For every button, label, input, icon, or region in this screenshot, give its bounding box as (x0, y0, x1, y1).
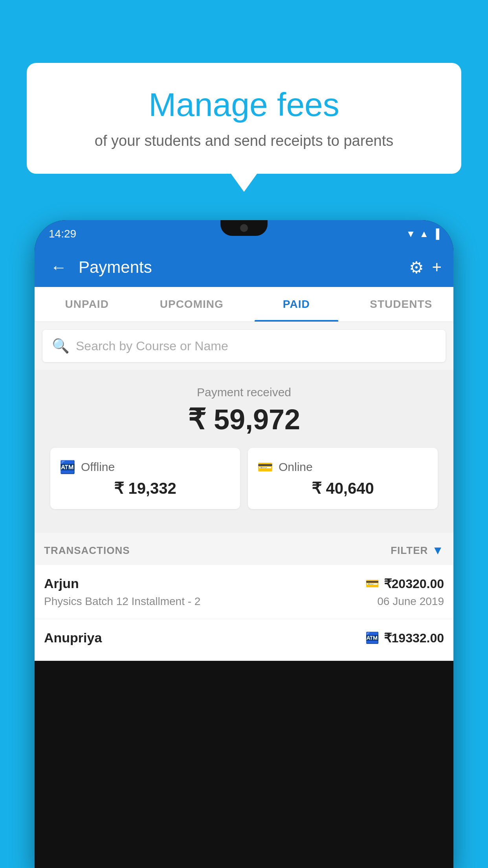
search-bar[interactable]: 🔍 Search by Course or Name (42, 330, 446, 362)
transaction-type-icon: 🏧 (365, 631, 379, 644)
transaction-row[interactable]: Anupriya 🏧 ₹19332.00 (35, 619, 453, 661)
transaction-amount: ₹20320.00 (384, 576, 444, 591)
transaction-top: Arjun 💳 ₹20320.00 (44, 576, 444, 591)
notch-camera (240, 224, 248, 232)
battery-icon: ▐ (433, 228, 439, 239)
offline-card-header: 🏧 Offline (60, 460, 231, 474)
transactions-header: TRANSACTIONS FILTER ▼ (35, 533, 453, 565)
transaction-amount-wrap: 💳 ₹20320.00 (365, 576, 444, 591)
online-icon: 💳 (257, 460, 273, 474)
offline-amount: ₹ 19,332 (60, 479, 231, 497)
status-time: 14:29 (49, 228, 76, 240)
wifi-icon: ▼ (406, 228, 415, 239)
search-icon: 🔍 (52, 338, 70, 354)
transaction-row[interactable]: Arjun 💳 ₹20320.00 Physics Batch 12 Insta… (35, 565, 453, 619)
settings-button[interactable]: ⚙ (409, 258, 424, 277)
app-bar: ← Payments ⚙ + (35, 248, 453, 287)
tab-paid[interactable]: PAID (244, 287, 349, 322)
transactions-label: TRANSACTIONS (44, 544, 130, 557)
payment-received-label: Payment received (42, 386, 446, 399)
payment-received-section: Payment received ₹ 59,972 🏧 Offline ₹ 19… (35, 370, 453, 533)
phone-notch (220, 220, 268, 236)
phone-content: 🔍 Search by Course or Name Payment recei… (35, 322, 453, 661)
tab-upcoming[interactable]: UPCOMING (139, 287, 244, 322)
tab-students[interactable]: STUDENTS (349, 287, 454, 322)
status-bar: 14:29 ▼ ▲ ▐ (35, 220, 453, 248)
online-card-header: 💳 Online (257, 460, 428, 474)
transaction-top: Anupriya 🏧 ₹19332.00 (44, 630, 444, 645)
transaction-amount-wrap: 🏧 ₹19332.00 (365, 631, 444, 645)
transaction-name: Arjun (44, 576, 79, 591)
search-input[interactable]: Search by Course or Name (76, 339, 228, 353)
payment-cards: 🏧 Offline ₹ 19,332 💳 Online ₹ 40,640 (50, 448, 438, 509)
app-bar-actions: ⚙ + (409, 258, 442, 277)
offline-icon: 🏧 (60, 460, 75, 474)
payment-received-amount: ₹ 59,972 (42, 403, 446, 436)
speech-bubble: Manage fees of your students and send re… (27, 63, 461, 174)
transaction-bottom: Physics Batch 12 Installment - 2 06 June… (44, 595, 444, 608)
filter-icon: ▼ (432, 544, 444, 557)
signal-icon: ▲ (419, 228, 429, 239)
phone-frame: 14:29 ▼ ▲ ▐ ← Payments ⚙ + UNPAID UPCOMI… (35, 220, 453, 868)
bubble-subtitle: of your students and send receipts to pa… (50, 131, 438, 151)
transaction-date: 06 June 2019 (377, 595, 444, 608)
transaction-course: Physics Batch 12 Installment - 2 (44, 595, 200, 608)
transaction-amount: ₹19332.00 (384, 631, 444, 645)
back-button[interactable]: ← (46, 254, 71, 281)
tab-unpaid[interactable]: UNPAID (35, 287, 139, 322)
status-icons: ▼ ▲ ▐ (406, 228, 439, 239)
online-card: 💳 Online ₹ 40,640 (248, 448, 438, 509)
online-label: Online (279, 460, 313, 474)
offline-card: 🏧 Offline ₹ 19,332 (50, 448, 240, 509)
online-amount: ₹ 40,640 (257, 479, 428, 497)
add-button[interactable]: + (432, 258, 442, 277)
filter-label: FILTER (391, 544, 428, 557)
bubble-title: Manage fees (50, 86, 438, 123)
transaction-type-icon: 💳 (365, 577, 379, 590)
offline-label: Offline (81, 460, 115, 474)
tabs-bar: UNPAID UPCOMING PAID STUDENTS (35, 287, 453, 322)
transaction-name: Anupriya (44, 630, 102, 645)
filter-button[interactable]: FILTER ▼ (391, 544, 444, 557)
app-bar-title: Payments (79, 258, 401, 277)
